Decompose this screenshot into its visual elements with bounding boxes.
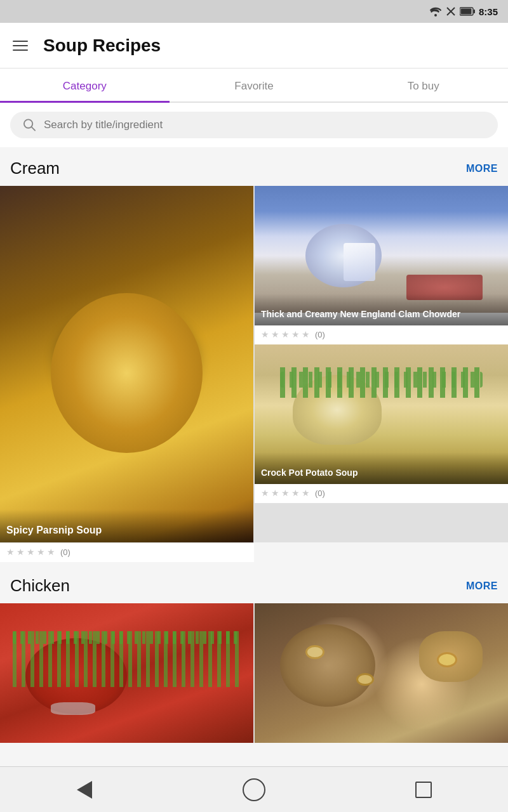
soup-bowl-visual — [57, 307, 197, 421]
recipe-card-crock-pot[interactable]: Crock Pot Potato Soup — [255, 344, 508, 484]
section-title-chicken: Chicken — [10, 576, 70, 596]
tab-indicator — [0, 101, 170, 103]
status-icons: 8:35 — [429, 6, 498, 17]
more-button-chicken[interactable]: MORE — [466, 580, 498, 592]
review-count-spicy-parsnip: (0) — [60, 547, 70, 557]
recipe-meta-clam-chowder: ★ ★ ★ ★ ★ (0) — [255, 325, 508, 344]
section-header-cream: Cream MORE — [0, 147, 508, 186]
signal-icon — [446, 6, 456, 16]
app-title: Soup Recipes — [43, 36, 161, 56]
wifi-icon — [429, 6, 442, 16]
recipe-image-chicken1 — [0, 603, 253, 743]
svg-rect-3 — [473, 10, 475, 13]
recent-icon — [415, 782, 432, 798]
stars-spicy-parsnip: ★ ★ ★ ★ ★ — [6, 547, 55, 557]
section-cream: Cream MORE Spicy Parsnip Soup — [0, 147, 508, 562]
back-icon — [77, 781, 92, 799]
recipe-meta-crock-pot: ★ ★ ★ ★ ★ (0) — [255, 484, 508, 503]
tab-to-buy[interactable]: To buy — [338, 69, 508, 102]
app-bar: Soup Recipes — [0, 23, 508, 69]
recipe-image-spicy-parsnip — [0, 186, 253, 542]
recipe-grid-cream: Spicy Parsnip Soup Thick and Creamy New … — [0, 186, 508, 542]
recipe-card-right-cream: Thick and Creamy New England Clam Chowde… — [255, 186, 508, 503]
section-title-cream: Cream — [10, 159, 60, 178]
svg-line-6 — [31, 127, 35, 131]
review-count-crock-pot: (0) — [315, 488, 325, 498]
search-icon — [23, 118, 36, 132]
content: Cream MORE Spicy Parsnip Soup — [0, 147, 508, 796]
section-chicken: Chicken MORE — [0, 565, 508, 743]
recipe-label-crock-pot: Crock Pot Potato Soup — [255, 452, 508, 484]
search-bar — [10, 112, 498, 138]
tab-favorite[interactable]: Favorite — [170, 69, 339, 102]
back-button[interactable] — [65, 771, 104, 809]
stars-crock-pot: ★ ★ ★ ★ ★ — [261, 488, 310, 498]
recipe-card-chicken1[interactable] — [0, 603, 253, 743]
status-bar: 8:35 — [0, 0, 508, 23]
recipe-card-chicken2[interactable] — [255, 603, 508, 743]
bottom-nav — [0, 766, 508, 812]
recipe-card-clam-chowder[interactable]: Thick and Creamy New England Clam Chowde… — [255, 186, 508, 325]
home-icon — [243, 778, 265, 801]
review-count-clam-chowder: (0) — [315, 330, 325, 339]
recipe-label-spicy-parsnip: Spicy Parsnip Soup — [0, 509, 253, 542]
battery-icon — [460, 7, 475, 16]
stars-clam-chowder: ★ ★ ★ ★ ★ — [261, 329, 310, 339]
section-header-chicken: Chicken MORE — [0, 565, 508, 603]
more-button-cream[interactable]: MORE — [466, 163, 498, 174]
recipe-grid-chicken — [0, 603, 508, 743]
recipe-label-clam-chowder: Thick and Creamy New England Clam Chowde… — [255, 294, 508, 325]
status-time: 8:35 — [479, 6, 498, 17]
svg-rect-4 — [460, 9, 471, 15]
menu-icon[interactable] — [10, 38, 30, 53]
search-input[interactable] — [44, 119, 485, 131]
home-button[interactable] — [235, 771, 273, 809]
search-container — [0, 103, 508, 147]
tab-category[interactable]: Category — [0, 69, 170, 102]
recipe-image-chicken2 — [255, 603, 508, 743]
recipe-card-spicy-parsnip[interactable]: Spicy Parsnip Soup — [0, 186, 253, 542]
recent-button[interactable] — [404, 771, 443, 809]
recipe-meta-spicy-parsnip: ★ ★ ★ ★ ★ (0) — [0, 542, 254, 562]
tabs: Category Favorite To buy — [0, 69, 508, 103]
